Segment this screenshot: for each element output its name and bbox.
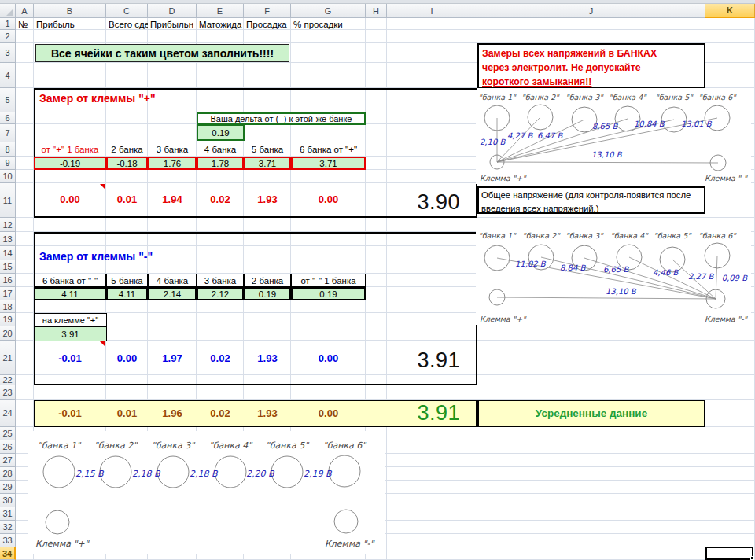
plus-computed-cell[interactable]: 0.02 (197, 190, 244, 209)
fill-handle[interactable] (750, 556, 754, 560)
plus-measured-cell[interactable]: -0.19 (34, 157, 106, 170)
row-header-32[interactable]: 32 (0, 521, 16, 534)
column-header-K[interactable]: K (705, 4, 755, 18)
row-header-8[interactable]: 8 (0, 142, 16, 157)
minus-computed-cell[interactable]: 1.97 (148, 348, 197, 368)
row-header-27[interactable]: 27 (0, 454, 16, 467)
row-header-22[interactable]: 22 (0, 375, 16, 385)
column-header-D[interactable]: D (148, 4, 197, 18)
plus-header-cell[interactable]: 3 банка (148, 142, 197, 157)
row-header-14[interactable]: 14 (0, 246, 16, 260)
row-header-19[interactable]: 19 (0, 313, 16, 326)
row-header-18[interactable]: 18 (0, 300, 16, 313)
column-header-E[interactable]: E (197, 4, 244, 18)
averaged-value-cell[interactable]: 0.02 (197, 403, 244, 423)
row-header-24[interactable]: 24 (0, 400, 16, 427)
warning-box[interactable]: Замеры всех напряжений в БАНКАХ через эл… (477, 43, 705, 88)
row-header-9[interactable]: 9 (0, 157, 16, 170)
plus-header-cell[interactable]: 5 банка (244, 142, 291, 157)
minus-header-cell[interactable]: 3 банка (197, 274, 244, 287)
row-header-10[interactable]: 10 (0, 170, 16, 183)
row-header-13[interactable]: 13 (0, 232, 16, 246)
terminal-label-cell[interactable]: на клемме "+" (34, 313, 107, 327)
row-header-20[interactable]: 20 (0, 326, 16, 341)
averaged-value-cell[interactable]: 1.93 (244, 403, 291, 423)
plus-header-cell[interactable]: 2 банка (106, 142, 148, 157)
minus-measured-cell[interactable]: 0.19 (244, 287, 291, 300)
row-header-34[interactable]: 34 (0, 547, 16, 560)
row-header-7[interactable]: 7 (0, 124, 16, 142)
plus-section-title[interactable]: Замер от клеммы "+" (37, 90, 226, 106)
delta-value-cell[interactable]: 0.19 (197, 124, 245, 141)
row-header-33[interactable]: 33 (0, 534, 16, 547)
terminal-value-cell[interactable]: 3.91 (34, 326, 107, 341)
header-cell-C1[interactable]: Всего сде (106, 18, 148, 30)
row-header-29[interactable]: 29 (0, 481, 16, 494)
row-header-23[interactable]: 23 (0, 385, 16, 400)
header-cell-B1[interactable]: Прибыль (34, 18, 106, 30)
total-voltage-minus[interactable]: 3.91 (387, 346, 460, 374)
plus-measured-cell[interactable]: 3.71 (291, 157, 366, 170)
averaged-value-cell[interactable]: 1.96 (148, 403, 197, 423)
minus-header-cell[interactable]: 4 банка (148, 274, 197, 287)
row-header-26[interactable]: 26 (0, 440, 16, 454)
averaged-label-box[interactable]: Усредненные данние (477, 400, 705, 427)
delta-label-cell[interactable]: Ваша дельта от ( -) к этой-же банке (197, 112, 366, 125)
column-header-I[interactable]: I (387, 4, 477, 18)
instruction-cell[interactable]: Все ячейки с таким цветом заполнить!!!! (35, 44, 289, 62)
column-header-J[interactable]: J (477, 4, 705, 18)
minus-computed-cell[interactable]: 0.00 (106, 348, 148, 368)
column-header-B[interactable]: B (34, 4, 106, 18)
minus-header-cell[interactable]: 5 банка (106, 274, 148, 287)
column-header-G[interactable]: G (291, 4, 366, 18)
row-header-12[interactable]: 12 (0, 218, 16, 232)
minus-computed-cell[interactable]: 1.93 (244, 348, 291, 368)
header-cell-D1[interactable]: Прибыльн (148, 18, 197, 30)
plus-header-cell[interactable]: 4 банка (197, 142, 244, 157)
minus-computed-cell[interactable]: 0.02 (197, 348, 244, 368)
header-cell-E1[interactable]: Матожида (197, 18, 244, 30)
header-cell-G1[interactable]: % просадки (291, 18, 366, 30)
plus-measured-cell[interactable]: 1.78 (197, 157, 244, 170)
plus-computed-cell[interactable]: 0.01 (106, 190, 148, 209)
row-header-17[interactable]: 17 (0, 287, 16, 300)
row-header-21[interactable]: 21 (0, 341, 16, 375)
minus-header-cell[interactable]: 6 банка от "-" (34, 274, 106, 287)
averaged-value-cell[interactable]: 0.01 (106, 403, 148, 423)
row-header-25[interactable]: 25 (0, 427, 16, 440)
row-header-28[interactable]: 28 (0, 467, 16, 481)
active-cell-selection[interactable] (705, 547, 753, 560)
plus-measured-cell[interactable]: 3.71 (244, 157, 291, 170)
header-cell-F1[interactable]: Просадка (244, 18, 291, 30)
minus-header-cell[interactable]: 2 банка (244, 274, 291, 287)
column-header-H[interactable]: H (366, 4, 387, 18)
minus-measured-cell[interactable]: 4.11 (106, 287, 148, 300)
row-header-5[interactable]: 5 (0, 88, 16, 112)
total-voltage-plus[interactable]: 3.90 (387, 188, 460, 216)
plus-header-cell[interactable]: от "+" 1 банка (34, 142, 106, 157)
plus-measured-cell[interactable]: 1.76 (148, 157, 197, 170)
minus-computed-cell[interactable]: -0.01 (34, 348, 106, 368)
plus-computed-cell[interactable]: 0.00 (34, 190, 106, 209)
row-header-31[interactable]: 31 (0, 507, 16, 521)
total-note-box[interactable]: Общее напряжение (для контроля-появится … (477, 186, 705, 214)
plus-header-cell[interactable]: 6 банка от "+" (291, 142, 366, 157)
row-header-15[interactable]: 15 (0, 260, 16, 274)
header-cell-A1[interactable]: № (16, 18, 34, 30)
minus-computed-cell[interactable]: 0.00 (291, 348, 366, 368)
column-header-A[interactable]: A (16, 4, 34, 18)
row-header-1[interactable]: 1 (0, 18, 16, 30)
minus-measured-cell[interactable]: 2.12 (197, 287, 244, 300)
plus-measured-cell[interactable]: -0.18 (106, 157, 148, 170)
column-header-C[interactable]: C (106, 4, 148, 18)
select-all-corner[interactable] (0, 4, 16, 18)
minus-header-cell[interactable]: от "-" 1 банка (291, 274, 366, 287)
row-header-11[interactable]: 11 (0, 183, 16, 218)
row-header-16[interactable]: 16 (0, 274, 16, 287)
row-header-6[interactable]: 6 (0, 112, 16, 124)
row-header-4[interactable]: 4 (0, 63, 16, 88)
plus-computed-cell[interactable]: 0.00 (291, 190, 366, 209)
column-header-F[interactable]: F (244, 4, 291, 18)
minus-measured-cell[interactable]: 0.19 (291, 287, 366, 300)
minus-measured-cell[interactable]: 4.11 (34, 287, 106, 300)
